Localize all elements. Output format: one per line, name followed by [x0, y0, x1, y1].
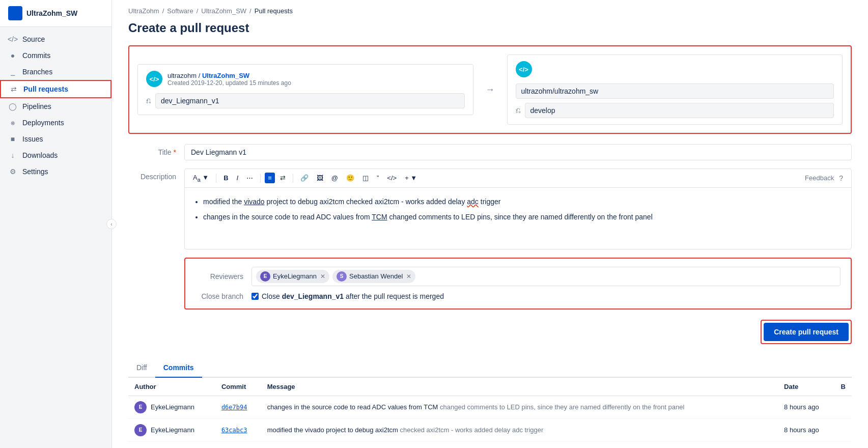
sidebar-item-label: Commits	[22, 51, 50, 60]
sidebar-header: UltraZohm_SW	[0, 0, 111, 27]
toolbar-link-btn[interactable]: 🔗	[297, 173, 312, 183]
sidebar: UltraZohm_SW ‹ </> Source ● Commits ⎯ Br…	[0, 0, 112, 448]
commits-table: Author Commit Message Date B E EykeLiegm…	[128, 378, 852, 442]
commit-date-cell: 8 hours ago	[778, 418, 835, 441]
sidebar-item-label: Source	[22, 35, 45, 43]
toolbar-divider	[293, 174, 293, 183]
toolbar-italic-btn[interactable]: I	[234, 173, 242, 183]
create-pull-request-button[interactable]: Create pull request	[764, 323, 849, 341]
commit-msg-main: changes in the source code to read ADC v…	[267, 403, 438, 411]
sidebar-item-commits[interactable]: ● Commits	[0, 47, 111, 64]
toolbar-more-btn[interactable]: ⋯	[243, 173, 256, 183]
sidebar-item-deployments[interactable]: ⎈ Deployments	[0, 115, 111, 131]
close-branch-checkbox[interactable]	[251, 293, 259, 300]
close-branch-content: Close dev_Liegmann_v1 after the pull req…	[251, 292, 444, 300]
target-branch-select[interactable]: develop	[525, 103, 834, 118]
th-commit: Commit	[215, 378, 261, 396]
tabs-row: Diff Commits	[128, 358, 852, 378]
breadcrumb-sep: /	[162, 7, 164, 15]
source-branch-select[interactable]: dev_Liegmann_v1	[155, 93, 465, 108]
toolbar-unordered-list-btn[interactable]: ≡	[265, 173, 275, 183]
reviewers-row: Reviewers E EykeLiegmann ✕ S Sebastian W…	[195, 267, 841, 286]
source-repo-link[interactable]: UltraZohm_SW	[202, 72, 249, 79]
commit-message-cell: modified the vivado project to debug axi…	[261, 418, 778, 441]
tab-commits[interactable]: Commits	[155, 358, 202, 378]
sidebar-item-issues[interactable]: ■ Issues	[0, 131, 111, 147]
th-b: B	[835, 378, 852, 396]
reviewer-avatar-eyke: E	[260, 271, 270, 282]
reviewers-section: Reviewers E EykeLiegmann ✕ S Sebastian W…	[184, 258, 852, 310]
main-content: UltraZohm / Software / UltraZohm_SW / Pu…	[112, 0, 868, 448]
target-branch-icon: ⎌	[516, 106, 521, 115]
reviewer-remove-sebastian[interactable]: ✕	[406, 273, 411, 280]
reviewers-input[interactable]: E EykeLiegmann ✕ S Sebastian Wendel ✕	[251, 267, 841, 286]
source-repo-path: ultrazohm / UltraZohm_SW	[167, 72, 465, 79]
sidebar-item-pipelines[interactable]: ◯ Pipelines	[0, 98, 111, 115]
commit-author-cell: E EykeLiegmann	[128, 418, 215, 441]
description-item-1: modified the vivado project to debug axi…	[203, 196, 843, 207]
breadcrumb-link-ultrazohm[interactable]: UltraZohm	[128, 7, 159, 15]
sidebar-item-source[interactable]: </> Source	[0, 31, 111, 47]
toolbar-mention-btn[interactable]: @	[328, 173, 341, 183]
commit-author-cell: E EykeLiegmann	[128, 396, 215, 418]
toolbar-divider	[260, 174, 261, 183]
toolbar-bold-btn[interactable]: B	[220, 173, 231, 183]
reviewer-remove-eyke[interactable]: ✕	[320, 273, 325, 280]
commit-avatar: E	[134, 424, 147, 436]
sidebar-collapse-button[interactable]: ‹	[106, 219, 117, 229]
commit-msg-secondary: changed comments to LED pins, since they…	[440, 403, 684, 411]
breadcrumb-link-software[interactable]: Software	[167, 7, 193, 15]
close-branch-name: dev_Liegmann_v1	[282, 292, 344, 300]
create-btn-row: Create pull request	[128, 320, 852, 344]
commit-b-cell	[835, 418, 852, 441]
create-pr-btn-wrap: Create pull request	[761, 320, 852, 344]
sidebar-item-pull-requests[interactable]: ⇄ Pull requests	[0, 80, 111, 98]
commit-date-cell: 8 hours ago	[778, 396, 835, 418]
editor-toolbar: Aa ▼ B I ⋯ ≡ ⇄ 🔗 🖼 @ 🙂 ◫ ”	[185, 169, 851, 188]
description-item-2: changes in the source code to read ADC v…	[203, 211, 843, 222]
sidebar-item-label: Branches	[22, 68, 52, 76]
toolbar-feedback[interactable]: Feedback	[805, 174, 834, 182]
target-repo-select[interactable]: ultrazohm/ultrazohm_sw	[516, 83, 834, 99]
sidebar-item-downloads[interactable]: ↓ Downloads	[0, 147, 111, 163]
source-repo-box: </> ultrazohm / UltraZohm_SW Created 201…	[137, 64, 473, 115]
title-field	[184, 144, 852, 160]
downloads-icon: ↓	[8, 151, 17, 159]
sidebar-item-settings[interactable]: ⚙ Settings	[0, 163, 111, 180]
toolbar-ordered-list-btn[interactable]: ⇄	[277, 173, 289, 183]
commit-hash-cell: d6e7b94	[215, 396, 261, 418]
source-branch-wrap: ⎌ dev_Liegmann_v1	[146, 93, 465, 108]
th-message: Message	[261, 378, 778, 396]
description-field: Aa ▼ B I ⋯ ≡ ⇄ 🔗 🖼 @ 🙂 ◫ ”	[184, 169, 852, 249]
toolbar-quote-btn[interactable]: ”	[374, 173, 382, 183]
breadcrumb-link-repo[interactable]: UltraZohm_SW	[201, 7, 246, 15]
deployments-icon: ⎈	[8, 119, 17, 127]
pipelines-icon: ◯	[8, 102, 17, 110]
table-header-row: Author Commit Message Date B	[128, 378, 852, 396]
reviewer-tag-sebastian: S Sebastian Wendel ✕	[332, 270, 415, 283]
vivado-link: vivado	[244, 198, 264, 206]
sidebar-item-label: Settings	[22, 167, 48, 176]
toolbar-emoji-btn[interactable]: 🙂	[343, 173, 357, 183]
toolbar-help[interactable]: ?	[836, 173, 846, 184]
close-branch-text: Close dev_Liegmann_v1 after the pull req…	[262, 292, 444, 300]
breadcrumb-sep: /	[249, 7, 251, 15]
source-icon: </>	[8, 35, 17, 43]
commit-hash-link[interactable]: d6e7b94	[221, 404, 247, 411]
title-input[interactable]	[184, 144, 852, 160]
toolbar-table-btn[interactable]: ◫	[359, 173, 372, 183]
editor-content[interactable]: modified the vivado project to debug axi…	[185, 188, 851, 249]
source-repo-header: </> ultrazohm / UltraZohm_SW Created 201…	[146, 71, 465, 87]
toolbar-code-btn[interactable]: </>	[384, 173, 400, 183]
toolbar-font-btn[interactable]: Aa ▼	[190, 172, 212, 184]
table-row: E EykeLiegmann d6e7b94 changes in the so…	[128, 396, 852, 418]
sidebar-item-label: Pull requests	[23, 85, 68, 93]
description-label: Description	[128, 169, 184, 249]
commit-hash-link[interactable]: 63cabc3	[221, 427, 247, 434]
tab-diff[interactable]: Diff	[128, 358, 155, 378]
toolbar-plus-btn[interactable]: + ▼	[402, 173, 420, 183]
breadcrumb-current: Pull requests	[255, 7, 293, 15]
sidebar-item-branches[interactable]: ⎯ Branches	[0, 64, 111, 80]
toolbar-image-btn[interactable]: 🖼	[314, 173, 326, 183]
reviewers-form-row: Reviewers E EykeLiegmann ✕ S Sebastian W…	[128, 258, 852, 320]
